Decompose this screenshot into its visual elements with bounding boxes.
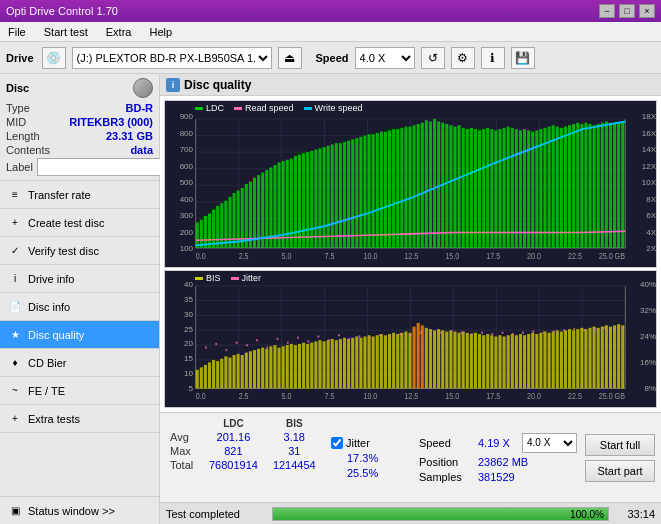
transfer-rate-icon: ≡ — [8, 188, 22, 202]
start-part-button[interactable]: Start part — [585, 460, 655, 482]
svg-rect-247 — [564, 330, 567, 388]
position-val: 23862 MB — [478, 456, 528, 468]
drive-icon-button[interactable]: 💿 — [42, 47, 66, 69]
svg-point-289 — [481, 332, 483, 334]
svg-rect-86 — [462, 128, 465, 248]
svg-text:22.5: 22.5 — [568, 252, 582, 262]
svg-rect-107 — [548, 127, 551, 248]
svg-rect-123 — [613, 124, 616, 248]
row-max-label: Max — [166, 444, 201, 458]
svg-rect-77 — [425, 120, 428, 248]
chart-ldc: LDC Read speed Write speed 900 800 70 — [164, 100, 657, 268]
svg-point-297 — [563, 329, 565, 331]
svg-rect-59 — [351, 139, 354, 248]
sidebar-item-fe-te[interactable]: ~ FE / TE — [0, 377, 159, 405]
minimize-button[interactable]: − — [599, 4, 615, 18]
svg-rect-170 — [249, 351, 252, 388]
svg-rect-174 — [265, 349, 268, 389]
jitter-checkbox[interactable] — [331, 437, 343, 449]
speed-label: Speed — [316, 52, 349, 64]
sidebar-item-create-test-disc[interactable]: + Create test disc — [0, 209, 159, 237]
svg-rect-113 — [572, 124, 575, 248]
svg-rect-52 — [323, 147, 326, 248]
svg-rect-235 — [515, 335, 518, 388]
svg-rect-108 — [552, 125, 555, 248]
sidebar-item-extra-tests[interactable]: + Extra tests — [0, 405, 159, 433]
svg-rect-227 — [482, 335, 485, 388]
speed-dropdown[interactable]: 4.0 X — [522, 433, 577, 453]
extra-tests-icon: + — [8, 412, 22, 426]
svg-point-301 — [604, 327, 606, 329]
svg-text:10.0: 10.0 — [363, 252, 377, 262]
sidebar-item-cd-bier[interactable]: ♦ CD Bier — [0, 349, 159, 377]
maximize-button[interactable]: □ — [619, 4, 635, 18]
svg-rect-186 — [314, 342, 317, 389]
svg-rect-76 — [421, 123, 424, 248]
menu-start-test[interactable]: Start test — [40, 24, 92, 40]
start-full-button[interactable]: Start full — [585, 434, 655, 456]
sidebar-item-transfer-rate[interactable]: ≡ Transfer rate — [0, 181, 159, 209]
disc-mid-key: MID — [6, 116, 26, 128]
svg-rect-66 — [380, 132, 383, 248]
disc-type-val: BD-R — [126, 102, 154, 114]
svg-point-303 — [622, 327, 624, 329]
settings-button[interactable]: ⚙ — [451, 47, 475, 69]
svg-text:12.5: 12.5 — [404, 252, 418, 262]
disc-quality-icon: ★ — [8, 328, 22, 342]
svg-text:15.0: 15.0 — [445, 252, 459, 262]
svg-rect-37 — [261, 173, 264, 248]
close-button[interactable]: × — [639, 4, 655, 18]
sidebar-item-label: CD Bier — [28, 357, 67, 369]
svg-rect-93 — [490, 129, 493, 248]
svg-rect-251 — [580, 328, 583, 389]
disc-length-val: 23.31 GB — [106, 130, 153, 142]
svg-rect-204 — [388, 334, 391, 388]
svg-rect-234 — [511, 334, 514, 388]
menu-help[interactable]: Help — [145, 24, 176, 40]
sidebar-item-disc-quality[interactable]: ★ Disc quality — [0, 321, 159, 349]
write-speed-color — [304, 107, 312, 110]
svg-rect-193 — [343, 338, 346, 389]
svg-rect-180 — [290, 344, 293, 388]
svg-rect-124 — [617, 123, 620, 248]
menu-file[interactable]: File — [4, 24, 30, 40]
eject-button[interactable]: ⏏ — [278, 47, 302, 69]
drive-select[interactable]: (J:) PLEXTOR BD-R PX-LB950SA 1.06 — [72, 47, 272, 69]
fe-te-icon: ~ — [8, 384, 22, 398]
svg-rect-259 — [613, 325, 616, 388]
svg-point-300 — [594, 328, 596, 330]
row-max-ldc: 821 — [201, 444, 265, 458]
action-buttons: Start full Start part — [585, 417, 655, 498]
svg-point-272 — [307, 340, 309, 342]
svg-rect-119 — [597, 124, 600, 248]
svg-rect-228 — [486, 334, 489, 388]
svg-point-285 — [440, 332, 442, 334]
legend-ldc: LDC — [195, 103, 224, 113]
chart1-legend: LDC Read speed Write speed — [195, 103, 362, 113]
disc-contents-key: Contents — [6, 144, 50, 156]
drive-info-icon: i — [8, 272, 22, 286]
svg-text:10.0: 10.0 — [363, 392, 377, 402]
refresh-button[interactable]: ↺ — [421, 47, 445, 69]
info-button[interactable]: ℹ — [481, 47, 505, 69]
stats-table: LDC BIS Avg 201.16 3.18 Max 821 — [166, 417, 323, 498]
sidebar-item-drive-info[interactable]: i Drive info — [0, 265, 159, 293]
sidebar-item-disc-info[interactable]: 📄 Disc info — [0, 293, 159, 321]
svg-rect-97 — [507, 127, 510, 248]
svg-rect-92 — [486, 128, 489, 248]
svg-text:0.0: 0.0 — [196, 252, 206, 262]
svg-text:17.5: 17.5 — [486, 252, 500, 262]
menu-extra[interactable]: Extra — [102, 24, 136, 40]
svg-rect-70 — [396, 129, 399, 248]
speed-select[interactable]: 4.0 X — [355, 47, 415, 69]
svg-rect-209 — [408, 333, 411, 389]
svg-rect-61 — [359, 137, 362, 248]
status-window-button[interactable]: ▣ Status window >> — [0, 496, 159, 524]
disc-label-input[interactable] — [37, 158, 170, 176]
svg-point-288 — [471, 333, 473, 335]
svg-rect-67 — [384, 132, 387, 248]
save-button[interactable]: 💾 — [511, 47, 535, 69]
svg-rect-196 — [355, 337, 358, 389]
svg-rect-255 — [597, 328, 600, 389]
sidebar-item-verify-test-disc[interactable]: ✓ Verify test disc — [0, 237, 159, 265]
